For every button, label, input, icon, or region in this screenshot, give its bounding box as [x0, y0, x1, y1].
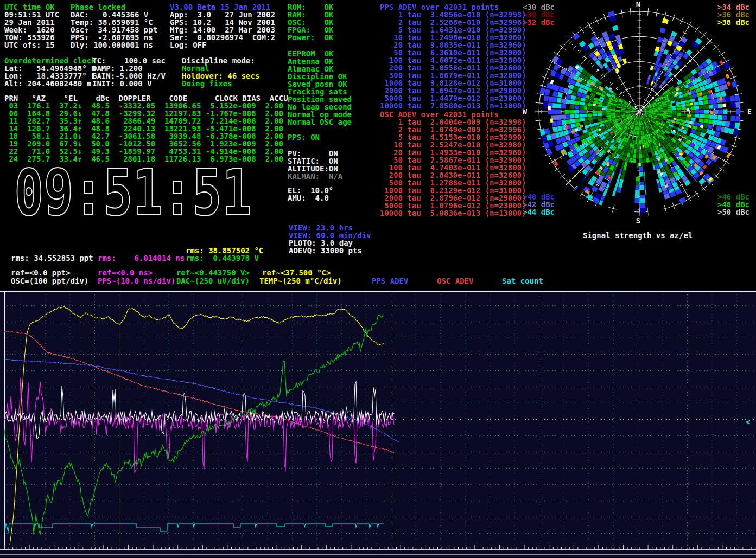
pps-adev-table-line-0: PPS ADEV over 42031 points [380, 3, 526, 11]
phase-status: Phase lockedDAC: 0.445366 VTemp: 38.6596… [71, 3, 157, 49]
sat-table-line-2: 06 164.8 29.6↓ 47.8 -3299.32 12197.83 -1… [4, 110, 288, 117]
utc-status-line-2: 29 Jan 2011 [4, 18, 59, 26]
phase-status-line-0: Phase locked [71, 3, 157, 11]
ref-temp: ref~<37.500 °C> [262, 269, 331, 277]
sat-table: PRN °AZ °EL dBc DOPPLER CODE CLOCK BIAS … [4, 94, 288, 163]
legend-bottom-right-line-2: >50 dBc [717, 208, 749, 216]
label-sat-count: Sat count [502, 277, 543, 285]
view-info-line-2: PLOTQ: 3.0 day [289, 239, 371, 247]
rms-dac-line-0: rms: 0.443978 V [186, 254, 259, 262]
ref-osc: ref=<0.0 ppt> [11, 269, 71, 277]
loop-params: TC: 100.0 secDAMP: 1.200GAIN:-5.000 Hz/V… [92, 57, 166, 87]
position-line-0: Overdetermined clock [4, 57, 96, 65]
pps-adev-table-line-11: 2000 tau 5.6947e-012 (n=29000) [380, 87, 526, 94]
osc-adev-table: OSC ADEV over 42031 points 1 tau 2.0404e… [380, 111, 526, 217]
pps-adev-table-line-9: 500 tau 1.6679e-011 (n=32000) [380, 72, 526, 79]
view-info-line-0: VIEW: 23.0 hrs [289, 224, 371, 232]
ref-pps: ref=<0.0 ns> [98, 269, 153, 277]
legend-top-left-line-0: <30 dBc [523, 3, 555, 11]
legend-bottom-right-line-0: >46 dBc [717, 193, 749, 201]
position: Overdetermined clockLat: 54.4964948° NLo… [4, 57, 96, 87]
version-info-line-1: App: 3.0 27 Jun 2002 [170, 11, 275, 18]
radar-caption: Signal strength vs az/el [583, 232, 693, 239]
label-sat-count-line-0: Sat count [502, 277, 543, 285]
ref-pps-line-0: ref=<0.0 ns> [98, 269, 153, 277]
pps-adev-table-line-4: 10 tau 1.2498e-010 (n=32980) [380, 34, 526, 41]
sat-table-line-8: 24 275.7 33.4↑ 46.5 2801.18 11726.13 6.9… [4, 155, 288, 163]
pps-adev-table-line-2: 2 tau 2.5268e-010 (n=32996) [380, 18, 526, 26]
sat-table-line-5: 18 58.1 21.0↓ 42.7 -3061.58 3939.48 -6.3… [4, 132, 288, 140]
version-info-line-5: Log: OFF [170, 41, 275, 49]
el-amu-line-1: AMU: 4.0 [288, 194, 333, 202]
osc-adev-table-line-9: 500 tau 1.2788e-011 (n=32000) [380, 179, 526, 187]
pps-adev-table-line-1: 1 tau 3.4856e-010 (n=32998) [380, 11, 526, 18]
ref-dac-line-0: ref~<0.443750 V> [176, 269, 250, 277]
legend-top-right-line-2: >38 dBc [717, 18, 749, 26]
fix-modes-line-0: PV: ON [288, 150, 342, 157]
receiver-health-line-2: OSC: OK [288, 18, 333, 26]
lady-heather-screen: 09:51:51 Signal strength vs az/el UTC ti… [0, 0, 756, 558]
osc-adev-table-line-10: 1000 tau 6.2129e-012 (n=31000) [380, 187, 526, 194]
utc-status-line-4: TOW: 553926 [4, 34, 59, 41]
receiver-status-line-0: EEPROM OK [288, 50, 352, 57]
sat-table-line-6: 19 209.0 67.9↓ 50.0 -1012.50 3652.56 1.9… [4, 140, 288, 147]
osc-adev-table-line-4: 10 tau 2.5247e-010 (n=32980) [380, 141, 526, 149]
receiver-status: EEPROM OKAntenna OKAlmanac OKDiscipline … [288, 50, 352, 126]
discipline-mode-line-0: Discipline mode: [182, 57, 259, 65]
pps-adev-table-line-10: 1000 tau 9.8128e-012 (n=31000) [380, 79, 526, 87]
sat-table-line-7: 22 71.0 52.5↓ 49.3 -1859.97 4753.31 -4.9… [4, 147, 288, 155]
scale-pps-line-0: PPS~(10.0 ns/div) [98, 277, 175, 285]
pps-flag: PPS: ON [288, 133, 320, 141]
scale-pps: PPS~(10.0 ns/div) [98, 277, 175, 285]
osc-adev-table-line-1: 1 tau 2.0404e-009 (n=32998) [380, 118, 526, 126]
loop-params-line-2: GAIN:-5.000 Hz/V [92, 72, 166, 80]
scale-temp: TEMP~(250 m°C/div) [259, 277, 342, 285]
discipline-mode-line-1: Normal [182, 65, 259, 72]
pps-adev-table-line-12: 5000 tau 1.4479e-012 (n=23000) [380, 94, 526, 102]
position-line-1: Lat: 54.4964948° N [4, 65, 96, 72]
osc-adev-table-line-3: 5 tau 4.5153e-010 (n=32990) [380, 133, 526, 141]
osc-adev-table-line-2: 2 tau 1.0749e-009 (n=32996) [380, 126, 526, 133]
el-amu-line-0: EL: 10.0° [288, 187, 333, 194]
pps-adev-table: PPS ADEV over 42031 points 1 tau 3.4856e… [380, 3, 526, 110]
utc-status-line-5: UTC ofs: 15 [4, 41, 59, 49]
legend-top-right: >34 dBc>36 dBc>38 dBc [717, 3, 749, 26]
view-info: VIEW: 23.0 hrsVIEW: 60.0 min/divPLOTQ: 3… [289, 224, 371, 254]
discipline-mode: Discipline mode:NormalHoldover: 46 secsD… [182, 57, 259, 87]
receiver-status-line-7: No leap second [288, 103, 352, 111]
legend-bottom-left-line-1: >42 dBc [523, 201, 555, 208]
version-info-line-2: GPS: 10.2 14 Nov 2001 [170, 18, 275, 26]
fix-modes-line-2: ALTITUDE:ON [288, 165, 342, 172]
utc-status-line-3: Week: 1620 [4, 26, 59, 34]
view-info-line-1: VIEW: 60.0 min/div [289, 232, 371, 239]
fix-modes-line-1: STATIC: ON [288, 157, 342, 165]
rms-osc: rms: 34.552853 ppt [11, 254, 93, 262]
pps-adev-table-line-5: 20 tau 9.8835e-011 (n=32960) [380, 41, 526, 49]
legend-bottom-right-line-1: >48 dBc [717, 201, 749, 208]
receiver-status-line-9: Normal OSC age [288, 118, 352, 126]
scale-dac: DAC~(250 uV/div) [176, 277, 250, 285]
phase-status-line-1: DAC: 0.445366 V [71, 11, 157, 18]
loop-params-line-0: TC: 100.0 sec [92, 57, 166, 65]
legend-bottom-right: >46 dBc>48 dBc>50 dBc [717, 193, 749, 216]
receiver-status-line-6: Position saved [288, 95, 352, 103]
loop-params-line-1: DAMP: 1.200 [92, 65, 166, 72]
ref-temp-line-0: ref~<37.500 °C> [262, 269, 331, 277]
rms-pps-line-0: rms: 6.014014 ns [98, 254, 185, 262]
label-pps-adev: PPS ADEV [372, 277, 408, 285]
osc-adev-table-line-12: 5000 tau 1.0796e-012 (n=23000) [380, 202, 526, 209]
pps-adev-table-line-3: 5 tau 1.6431e-010 (n=32990) [380, 26, 526, 34]
rms-osc-line-0: rms: 34.552853 ppt [11, 254, 93, 262]
label-osc-adev-line-0: OSC ADEV [437, 277, 473, 285]
label-pps-adev-line-0: PPS ADEV [372, 277, 408, 285]
utc-status: UTC time OK09:51:51 UTC29 Jan 2011Week: … [4, 3, 59, 49]
legend-top-right-line-1: >36 dBc [717, 11, 749, 18]
version-info-line-0: V3.00 Beta 15 Jan 2011 [170, 3, 275, 11]
ref-dac: ref~<0.443750 V> [176, 269, 250, 277]
phase-status-line-5: Dly: 100.000001 ns [71, 41, 157, 49]
utc-status-line-0: UTC time OK [4, 3, 59, 11]
el-amu: EL: 10.0°AMU: 4.0 [288, 187, 333, 202]
legend-bottom-left-line-0: >40 dBc [523, 193, 555, 201]
rms-dac: rms: 0.443978 V [186, 254, 259, 262]
receiver-status-line-4: Saved posn OK [288, 80, 352, 88]
